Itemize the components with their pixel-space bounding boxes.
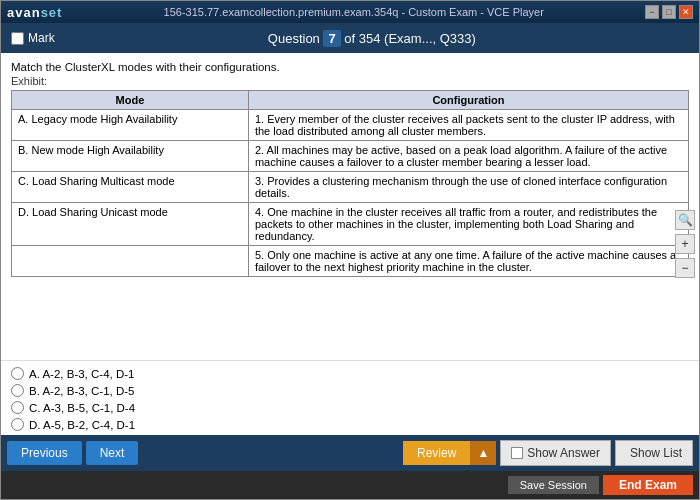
review-group: Review ▲ xyxy=(403,441,496,465)
mode-header: Mode xyxy=(12,91,249,110)
next-button[interactable]: Next xyxy=(86,441,139,465)
show-answer-checkbox-icon xyxy=(511,447,523,459)
save-session-button[interactable]: Save Session xyxy=(508,476,599,494)
mode-d: D. Load Sharing Unicast mode xyxy=(12,203,249,246)
mode-empty xyxy=(12,246,249,277)
question-total: of 354 (Exam..., Q333) xyxy=(344,31,476,46)
answer-label-b: B. A-2, B-3, C-1, D-5 xyxy=(29,385,134,397)
answer-label-d: D. A-5, B-2, C-4, D-1 xyxy=(29,419,135,431)
bottom-action-bar: Save Session End Exam xyxy=(1,471,699,499)
review-arrow-button[interactable]: ▲ xyxy=(470,441,496,465)
answer-option-a: A. A-2, B-3, C-4, D-1 xyxy=(11,365,689,382)
zoom-in-icon[interactable]: + xyxy=(675,234,695,254)
table-row: 5. Only one machine is active at any one… xyxy=(12,246,689,277)
answer-radio-d[interactable] xyxy=(11,418,24,431)
search-icon[interactable]: 🔍 xyxy=(675,210,695,230)
answer-label-a: A. A-2, B-3, C-4, D-1 xyxy=(29,368,134,380)
close-button[interactable]: ✕ xyxy=(679,5,693,19)
show-answer-label: Show Answer xyxy=(527,446,600,460)
maximize-button[interactable]: □ xyxy=(662,5,676,19)
mark-checkbox[interactable] xyxy=(11,32,24,45)
logo-part2: set xyxy=(41,5,63,20)
window-title: 156-315.77.examcollection.premium.exam.3… xyxy=(62,6,645,18)
show-list-button[interactable]: Show List xyxy=(615,440,693,466)
question-number: 7 xyxy=(323,30,340,47)
question-label: Question xyxy=(268,31,320,46)
show-list-label: Show List xyxy=(630,446,682,460)
answer-option-b: B. A-2, B-3, C-1, D-5 xyxy=(11,382,689,399)
config-1: 1. Every member of the cluster receives … xyxy=(248,110,688,141)
answer-radio-c[interactable] xyxy=(11,401,24,414)
mode-b: B. New mode High Availability xyxy=(12,141,249,172)
config-2: 2. All machines may be active, based on … xyxy=(248,141,688,172)
config-4: 4. One machine in the cluster receives a… xyxy=(248,203,688,246)
config-3: 3. Provides a clustering mechanism throu… xyxy=(248,172,688,203)
show-answer-button[interactable]: Show Answer xyxy=(500,440,611,466)
match-table: Mode Configuration A. Legacy mode High A… xyxy=(11,90,689,277)
answer-radio-b[interactable] xyxy=(11,384,24,397)
title-bar: avanset 156-315.77.examcollection.premiu… xyxy=(1,1,699,23)
answers-section: A. A-2, B-3, C-4, D-1 B. A-2, B-3, C-1, … xyxy=(1,360,699,435)
mode-a: A. Legacy mode High Availability xyxy=(12,110,249,141)
mark-label: Mark xyxy=(28,31,55,45)
table-row: C. Load Sharing Multicast mode 3. Provid… xyxy=(12,172,689,203)
answer-label-c: C. A-3, B-5, C-1, D-4 xyxy=(29,402,135,414)
config-5: 5. Only one machine is active at any one… xyxy=(248,246,688,277)
zoom-out-icon[interactable]: − xyxy=(675,258,695,278)
sidebar-tools: 🔍 + − xyxy=(675,210,695,278)
answer-radio-a[interactable] xyxy=(11,367,24,380)
end-exam-button[interactable]: End Exam xyxy=(603,475,693,495)
question-info: Question 7 of 354 (Exam..., Q333) xyxy=(55,31,689,46)
review-button[interactable]: Review xyxy=(403,441,470,465)
app-logo: avanset xyxy=(7,5,62,20)
answer-option-c: C. A-3, B-5, C-1, D-4 xyxy=(11,399,689,416)
table-row: A. Legacy mode High Availability 1. Ever… xyxy=(12,110,689,141)
config-header: Configuration xyxy=(248,91,688,110)
table-row: B. New mode High Availability 2. All mac… xyxy=(12,141,689,172)
main-window: avanset 156-315.77.examcollection.premiu… xyxy=(0,0,700,500)
mode-c: C. Load Sharing Multicast mode xyxy=(12,172,249,203)
logo-part1: avan xyxy=(7,5,41,20)
bottom-nav-bar: Previous Next Review ▲ Show Answer Show … xyxy=(1,435,699,471)
exhibit-label: Exhibit: xyxy=(11,75,689,87)
mark-container: Mark xyxy=(11,31,55,45)
table-row: D. Load Sharing Unicast mode 4. One mach… xyxy=(12,203,689,246)
answer-option-d: D. A-5, B-2, C-4, D-1 xyxy=(11,416,689,433)
question-instruction: Match the ClusterXL modes with their con… xyxy=(11,61,689,73)
question-body: Match the ClusterXL modes with their con… xyxy=(1,53,699,360)
minimize-button[interactable]: − xyxy=(645,5,659,19)
previous-button[interactable]: Previous xyxy=(7,441,82,465)
window-controls: − □ ✕ xyxy=(645,5,693,19)
content-area: Match the ClusterXL modes with their con… xyxy=(1,53,699,435)
toolbar: Mark Question 7 of 354 (Exam..., Q333) xyxy=(1,23,699,53)
